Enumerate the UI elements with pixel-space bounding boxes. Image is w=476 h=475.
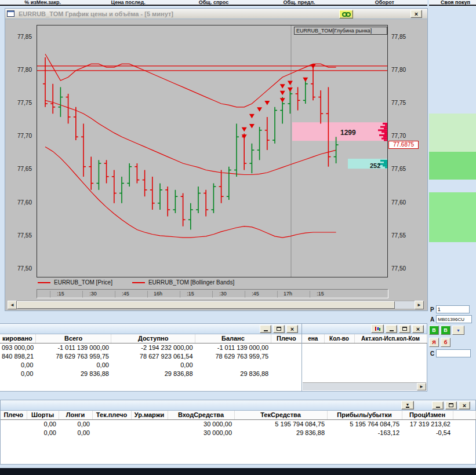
scroll-right-icon[interactable]: ► bbox=[417, 383, 426, 390]
table-row[interactable]: 0,0029 836,8829 836,8829 836,88 bbox=[0, 369, 302, 378]
column-header[interactable]: ПроцИзмен bbox=[402, 411, 453, 419]
column-header[interactable]: Общ. спрос bbox=[171, 0, 256, 5]
scroll-right-icon[interactable]: ► bbox=[415, 301, 424, 309]
column-header[interactable]: Общ. предл. bbox=[256, 0, 341, 5]
column-header[interactable]: ТекСредства bbox=[234, 411, 327, 419]
column-header[interactable]: Плечо bbox=[1, 411, 27, 419]
cell bbox=[271, 343, 301, 352]
transfer-icon: ▼ bbox=[406, 403, 410, 408]
column-header[interactable]: ВходСредства bbox=[168, 411, 234, 419]
time-axis-label: 16h bbox=[147, 291, 168, 298]
cell: 0,00 bbox=[35, 360, 111, 369]
column-header[interactable]: Акт.кол-Исп.кол-Ком bbox=[354, 334, 427, 343]
column-header[interactable]: ена bbox=[302, 334, 324, 343]
account-input[interactable] bbox=[436, 315, 472, 323]
column-header[interactable]: Ур.маржи bbox=[131, 411, 168, 419]
quotes-header-strip: % изМен.закр.Цена послед.Общ. спросОбщ. … bbox=[0, 0, 427, 6]
close-button[interactable]: × bbox=[410, 10, 422, 18]
buy-button-2[interactable]: В bbox=[441, 326, 450, 335]
price-chart[interactable]: 1299252 bbox=[37, 25, 388, 277]
cell: 0,00 bbox=[27, 419, 59, 428]
maximize-icon bbox=[449, 403, 453, 407]
column-header[interactable]: Лонги bbox=[59, 411, 92, 419]
code-input[interactable] bbox=[436, 349, 471, 357]
close-icon: × bbox=[290, 326, 294, 332]
buy-button[interactable]: В bbox=[429, 326, 439, 335]
close-icon: × bbox=[463, 403, 466, 408]
cell: 0,00 bbox=[27, 428, 59, 437]
close-button[interactable]: × bbox=[459, 401, 470, 410]
minimize-button[interactable] bbox=[260, 325, 271, 333]
transfer-button[interactable]: ▼ bbox=[401, 401, 414, 410]
time-axis: :15:30:4516h:15:30:4517h:15 bbox=[37, 289, 388, 298]
scroll-left-icon[interactable]: ◄ bbox=[8, 301, 17, 309]
header-row: енаКол-воАкт.кол-Исп.кол-Ком bbox=[302, 334, 427, 343]
cell: 78 629 763 959,75 bbox=[35, 352, 111, 360]
scroll-track[interactable] bbox=[17, 301, 415, 309]
maximize-button[interactable] bbox=[445, 401, 457, 410]
time-axis-label: :30 bbox=[212, 291, 233, 298]
minimize-button[interactable] bbox=[386, 325, 397, 333]
table-row[interactable]: 093 000,00-1 011 139 000,00-2 194 232 00… bbox=[0, 343, 302, 352]
price-line-swatch bbox=[38, 282, 50, 283]
price-axis-label: 77,80 bbox=[391, 67, 406, 74]
quotes-scrollbar[interactable]: ► bbox=[303, 382, 426, 390]
depth-green-area-bright bbox=[429, 152, 476, 180]
chart-settings-button[interactable] bbox=[371, 324, 384, 333]
cell: 0,00 bbox=[0, 369, 35, 378]
maximize-button[interactable] bbox=[399, 325, 410, 333]
status-bar bbox=[0, 468, 476, 475]
cell bbox=[131, 428, 168, 437]
column-header[interactable]: Прибыль/убытки bbox=[327, 411, 402, 419]
link-button[interactable] bbox=[339, 10, 353, 19]
column-header[interactable]: Кол-во bbox=[324, 334, 354, 343]
column-header[interactable]: Плечо bbox=[271, 334, 301, 343]
sell-button[interactable]: Я bbox=[429, 338, 439, 347]
column-header[interactable]: Баланс bbox=[195, 334, 271, 343]
p-input[interactable] bbox=[436, 305, 470, 313]
minimize-button[interactable] bbox=[432, 401, 444, 410]
table-row[interactable]: 0,000,0030 000,0029 836,88-163,12-0,54 bbox=[1, 428, 475, 437]
scroll-thumb[interactable] bbox=[17, 301, 395, 309]
cell: -1 011 139 000,00 bbox=[195, 343, 271, 352]
cell: 29 836,88 bbox=[234, 428, 327, 437]
dropdown-button[interactable]: ▼ bbox=[452, 326, 464, 335]
price-axis-label: 77,65 bbox=[391, 166, 406, 173]
sell-button-2[interactable]: б bbox=[441, 338, 450, 347]
cell bbox=[453, 428, 475, 437]
column-header[interactable]: Цена послед. bbox=[85, 0, 170, 5]
time-axis-label: 17h bbox=[277, 291, 298, 298]
column-header[interactable]: Шорты bbox=[27, 411, 59, 419]
limits-titlebar[interactable]: ▼ × bbox=[1, 400, 475, 411]
chart-titlebar[interactable]: EURRUB_TOM График цены и объёма - [5 мин… bbox=[5, 9, 427, 19]
balances-titlebar[interactable]: × bbox=[0, 324, 302, 334]
cell bbox=[271, 360, 301, 369]
account-field-row: A bbox=[430, 315, 472, 323]
column-header[interactable]: Оборот bbox=[342, 0, 427, 5]
column-header[interactable]: кировано bbox=[0, 334, 35, 343]
close-button[interactable]: × bbox=[286, 325, 298, 333]
cell: 0,00 bbox=[111, 360, 195, 369]
column-header[interactable]: Доступно bbox=[111, 334, 195, 343]
price-axis-label: 77,60 bbox=[391, 199, 406, 206]
column-header[interactable]: % изМен.закр. bbox=[0, 0, 85, 5]
cell: 840 898,21 bbox=[0, 352, 35, 360]
cell: 29 836,88 bbox=[111, 369, 195, 378]
table-row[interactable]: 0,000,000,00 bbox=[0, 360, 302, 369]
price-axis-label: 77,80 bbox=[17, 67, 32, 74]
table-row[interactable]: 840 898,2178 629 763 959,7578 627 923 06… bbox=[0, 352, 302, 360]
column-header[interactable]: Тек.плечо bbox=[92, 411, 131, 419]
quotes-titlebar[interactable]: × bbox=[302, 324, 427, 334]
chart-scrollbar[interactable]: ◄ ► bbox=[8, 301, 424, 309]
time-axis-label: :30 bbox=[82, 291, 103, 298]
column-header[interactable]: Всего bbox=[35, 334, 111, 343]
bollinger-line-swatch bbox=[132, 282, 145, 283]
maximize-button[interactable] bbox=[273, 325, 285, 333]
a-field-label: A bbox=[430, 316, 434, 323]
column-header[interactable] bbox=[453, 411, 475, 419]
table-row[interactable]: 0,000,0030 000,005 195 794 084,755 195 7… bbox=[1, 419, 475, 428]
price-axis-label: 77,50 bbox=[391, 265, 406, 272]
cell: 5 195 794 084,75 bbox=[234, 419, 327, 428]
close-button[interactable]: × bbox=[412, 325, 424, 333]
cell bbox=[1, 419, 27, 428]
